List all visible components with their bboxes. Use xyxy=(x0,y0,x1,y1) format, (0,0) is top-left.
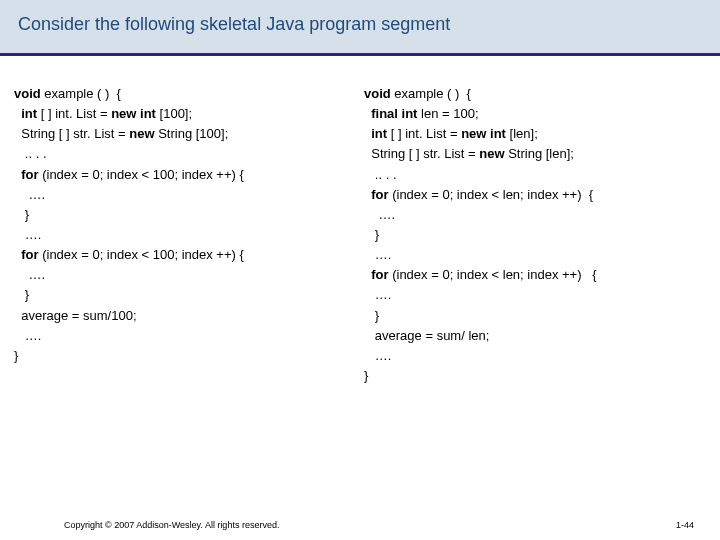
slide: Consider the following skeletal Java pro… xyxy=(0,0,720,540)
kw: new int xyxy=(461,126,506,141)
code-text: .. . . xyxy=(364,167,397,182)
code-text: } xyxy=(14,207,29,222)
kw: for xyxy=(364,187,389,202)
page-number: 1-44 xyxy=(676,520,694,530)
code-text: String [ ] str. List = xyxy=(14,126,129,141)
code-text: (index = 0; index < len; index ++) { xyxy=(389,267,597,282)
kw: final int xyxy=(364,106,417,121)
code-text: example ( ) { xyxy=(41,86,121,101)
code-text: [ ] int. List = xyxy=(37,106,111,121)
code-text: …. xyxy=(364,348,395,363)
code-text: len = 100; xyxy=(417,106,478,121)
code-text: } xyxy=(364,368,368,383)
slide-content: void example ( ) { int [ ] int. List = n… xyxy=(0,56,720,386)
code-text: [len]; xyxy=(506,126,538,141)
kw: new xyxy=(479,146,504,161)
code-text: (index = 0; index < 100; index ++) { xyxy=(39,167,244,182)
kw: new xyxy=(129,126,154,141)
kw: for xyxy=(14,167,39,182)
code-text: (index = 0; index < 100; index ++) { xyxy=(39,247,244,262)
code-text: } xyxy=(14,348,18,363)
slide-header: Consider the following skeletal Java pro… xyxy=(0,0,720,56)
code-text: average = sum/100; xyxy=(14,308,137,323)
kw: new int xyxy=(111,106,156,121)
code-text: …. xyxy=(364,247,395,262)
code-text: [100]; xyxy=(156,106,192,121)
code-text: (index = 0; index < len; index ++) { xyxy=(389,187,594,202)
slide-footer: Copyright © 2007 Addison-Wesley. All rig… xyxy=(0,520,720,530)
code-text: } xyxy=(364,308,379,323)
code-text: [ ] int. List = xyxy=(387,126,461,141)
code-left: void example ( ) { int [ ] int. List = n… xyxy=(14,84,356,386)
code-text: average = sum/ len; xyxy=(364,328,489,343)
kw: for xyxy=(14,247,39,262)
kw: for xyxy=(364,267,389,282)
kw: int xyxy=(364,126,387,141)
kw: void xyxy=(364,86,391,101)
code-text: …. xyxy=(14,187,49,202)
code-text: …. xyxy=(364,287,395,302)
kw: void xyxy=(14,86,41,101)
code-text: …. xyxy=(14,328,45,343)
kw: int xyxy=(14,106,37,121)
code-text: …. xyxy=(14,267,49,282)
code-text: …. xyxy=(364,207,399,222)
code-text: String [len]; xyxy=(505,146,574,161)
code-text: String [100]; xyxy=(155,126,229,141)
slide-title: Consider the following skeletal Java pro… xyxy=(18,14,702,35)
code-text: example ( ) { xyxy=(391,86,471,101)
copyright-text: Copyright © 2007 Addison-Wesley. All rig… xyxy=(64,520,279,530)
code-text: } xyxy=(14,287,29,302)
code-text: String [ ] str. List = xyxy=(364,146,479,161)
code-text: …. xyxy=(14,227,45,242)
code-text: } xyxy=(364,227,379,242)
code-text: .. . . xyxy=(14,146,47,161)
code-right: void example ( ) { final int len = 100; … xyxy=(364,84,706,386)
